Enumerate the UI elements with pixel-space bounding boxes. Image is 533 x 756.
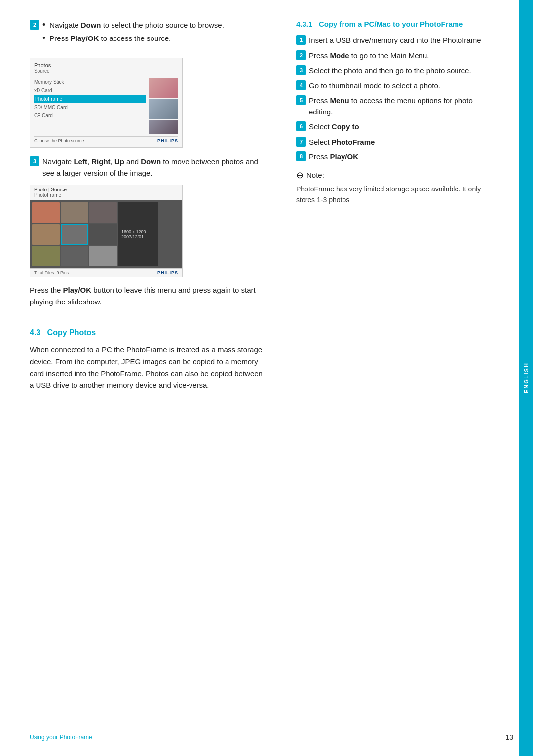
- screen1-subheader: Source: [34, 68, 178, 74]
- photo-thumb3: [149, 120, 178, 134]
- playok-paragraph: Press the Play/OK button to leave this m…: [30, 284, 266, 308]
- step-badge-6: 6: [296, 121, 306, 131]
- step-badge-4: 4: [296, 80, 306, 90]
- step2-text: Press Mode to go to the Main Menu.: [309, 50, 498, 62]
- step-row-1: 1 Insert a USB drive/memory card into th…: [296, 35, 498, 46]
- section43-heading: 4.3 Copy Photos: [30, 328, 266, 337]
- note-text: PhotoFrame has very limited storage spac…: [296, 184, 498, 206]
- section43-title: Copy Photos: [47, 328, 96, 337]
- screen1-list: Memory Stick xD Card PhotoFrame SD/ MMC …: [34, 78, 146, 134]
- page-footer: Using your PhotoFrame 13: [30, 733, 513, 741]
- main-content: 2 • Navigate Down to select the photo so…: [0, 0, 533, 756]
- bullet-dot2: •: [42, 33, 45, 44]
- step-row-4: 4 Go to thumbnail mode to select a photo…: [296, 80, 498, 92]
- section43-paragraph: When connected to a PC the PhotoFrame is…: [30, 344, 266, 391]
- right-column: 4.3.1 Copy from a PC/Mac to your PhotoFr…: [286, 20, 498, 736]
- footer-text: Using your PhotoFrame: [30, 734, 92, 741]
- step-badge-2: 2: [296, 50, 306, 60]
- list-item: PhotoFrame: [34, 95, 146, 103]
- list-item: CF Card: [34, 112, 146, 120]
- list-item: SD/ MMC Card: [34, 103, 146, 112]
- screen1-footer-text: Choose the Photo source.: [34, 138, 85, 143]
- step-badge-1: 1: [296, 35, 306, 45]
- step4-text: Go to thumbnail mode to select a photo.: [309, 80, 498, 92]
- section-divider: [30, 320, 188, 320]
- note-label: Note:: [306, 171, 324, 179]
- step-row-8: 8 Press Play/OK: [296, 151, 498, 163]
- subsection431-title: Copy from a PC/Mac to your PhotoFrame: [319, 20, 463, 28]
- thumb-info-resolution: 1600 x 1200: [121, 229, 155, 234]
- section43-number: 4.3: [30, 328, 40, 337]
- language-tab: ENGLISH: [519, 0, 533, 756]
- step2-bullet2-text: Press Play/OK to access the source.: [49, 33, 171, 44]
- bullet-dot: •: [42, 20, 45, 31]
- thumb-grid: [32, 202, 117, 266]
- screen2-header-label: Photo | Source: [34, 187, 178, 192]
- thumb-cell: [32, 224, 60, 245]
- subsection431-number: 4.3.1: [296, 20, 312, 28]
- step8-text: Press Play/OK: [309, 151, 498, 163]
- thumb-cell: [89, 202, 117, 223]
- philips-logo2: PHILIPS: [157, 270, 178, 275]
- screen1-header-label: Photos: [34, 62, 178, 68]
- thumb-cell: [61, 202, 88, 223]
- step2-bullet1: • Navigate Down to select the photo sour…: [42, 20, 224, 31]
- language-label: ENGLISH: [523, 363, 529, 394]
- screen2-mockup: Photo | Source PhotoFrame: [30, 185, 183, 277]
- screen2-footer: Total Files: 9 Pics PHILIPS: [30, 268, 182, 277]
- screen1-body: Memory Stick xD Card PhotoFrame SD/ MMC …: [34, 78, 178, 134]
- thumb-cell: [32, 202, 60, 223]
- step3-badge: 3: [30, 156, 39, 166]
- steps-list: 1 Insert a USB drive/memory card into th…: [296, 35, 498, 163]
- note-title: ⊖ Note:: [296, 170, 498, 181]
- step-badge-7: 7: [296, 137, 306, 147]
- step2-badge: 2: [30, 20, 39, 30]
- step2-bullets: • Navigate Down to select the photo sour…: [42, 20, 224, 46]
- step-badge-3: 3: [296, 65, 306, 75]
- thumb-cell: [89, 246, 117, 266]
- left-column: 2 • Navigate Down to select the photo so…: [30, 20, 266, 736]
- step3-text-r: Select the photo and then go to the phot…: [309, 65, 498, 76]
- screen2-header: Photo | Source PhotoFrame: [30, 185, 182, 200]
- step3-row: 3 Navigate Left, Right, Up and Down to m…: [30, 156, 266, 179]
- thumb-cell: [32, 246, 60, 266]
- step-row-2: 2 Press Mode to go to the Main Menu.: [296, 50, 498, 62]
- thumb-info: 1600 x 1200 2007/12/01: [118, 202, 158, 266]
- page-content: ENGLISH 2 • Navigate Down to select the …: [0, 0, 533, 756]
- step-badge-8: 8: [296, 151, 306, 161]
- screen2-subheader: PhotoFrame: [34, 192, 178, 198]
- step3-text: Navigate Left, Right, Up and Down to mov…: [42, 156, 266, 179]
- page-number: 13: [505, 733, 513, 741]
- screen2-body: 1600 x 1200 2007/12/01: [30, 200, 182, 268]
- screen1-header: Photos Source: [34, 62, 178, 76]
- step-row-3: 3 Select the photo and then go to the ph…: [296, 65, 498, 76]
- step7-text: Select PhotoFrame: [309, 137, 498, 148]
- screen1-mockup: Photos Source Memory Stick xD Card Photo…: [30, 58, 183, 148]
- step-row-5: 5 Press Menu to access the menu options …: [296, 95, 498, 117]
- step1-text: Insert a USB drive/memory card into the …: [309, 35, 498, 46]
- step2-bullet1-text: Navigate Down to select the photo source…: [49, 20, 224, 31]
- step-row-6: 6 Select Copy to: [296, 121, 498, 133]
- thumb-cell: [89, 224, 117, 245]
- note-block: ⊖ Note: PhotoFrame has very limited stor…: [296, 170, 498, 206]
- list-item: Memory Stick: [34, 78, 146, 86]
- list-item: xD Card: [34, 86, 146, 95]
- thumb-cell: [61, 246, 88, 266]
- step-row-7: 7 Select PhotoFrame: [296, 137, 498, 148]
- photo-thumb2: [149, 99, 178, 119]
- thumb-cell-selected: [61, 224, 88, 245]
- subsection431-heading: 4.3.1 Copy from a PC/Mac to your PhotoFr…: [296, 20, 498, 28]
- step2-bullet2: • Press Play/OK to access the source.: [42, 33, 224, 44]
- philips-logo1: PHILIPS: [157, 138, 178, 143]
- screen1-footer: Choose the Photo source. PHILIPS: [34, 136, 178, 143]
- step2-row: 2 • Navigate Down to select the photo so…: [30, 20, 266, 52]
- screen1-photos: [149, 78, 178, 134]
- step-badge-5: 5: [296, 95, 306, 105]
- step5-text: Press Menu to access the menu options fo…: [309, 95, 498, 117]
- note-icon: ⊖: [296, 170, 304, 181]
- thumb-info-date: 2007/12/01: [121, 234, 155, 239]
- screen2-footer-text: Total Files: 9 Pics: [34, 270, 69, 275]
- step6-text: Select Copy to: [309, 121, 498, 133]
- photo-thumb1: [149, 78, 178, 98]
